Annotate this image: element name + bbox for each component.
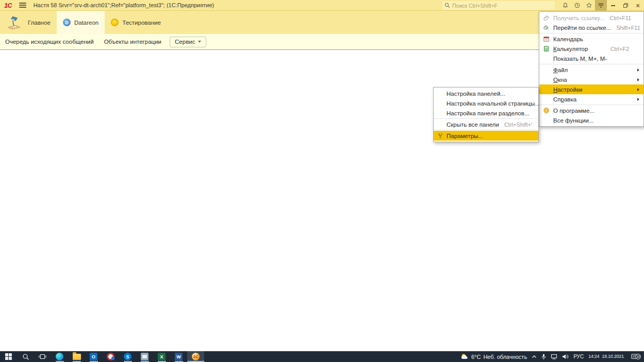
taskbar-search-button[interactable] (17, 351, 34, 362)
submenu-item-parameters[interactable]: Параметры... (434, 131, 538, 141)
menu-separator (434, 118, 538, 119)
taskbar-outlook-button[interactable]: O (85, 351, 102, 362)
skype-icon: S (124, 353, 131, 360)
close-button[interactable]: × (632, 0, 644, 11)
service-menu: Получить ссылку... Ctrl+F11 Перейти по с… (539, 11, 644, 127)
clock-date: 18.10.2021 (602, 354, 624, 359)
microphone-tray-item[interactable] (541, 354, 546, 360)
history-icon[interactable] (571, 0, 583, 11)
submenu-arrow-icon (637, 88, 643, 91)
start-button[interactable] (0, 351, 17, 362)
partly-cloudy-icon (460, 353, 469, 360)
menu-item-help[interactable]: Справка (539, 94, 643, 104)
network-tray-item[interactable] (551, 354, 557, 359)
clock[interactable]: 14:24 18.10.2021 (588, 354, 624, 359)
testing-icon (111, 19, 119, 26)
menu-item-file[interactable]: Файл (539, 65, 643, 75)
task-view-icon (39, 353, 46, 360)
taskbar-explorer-button[interactable] (68, 351, 85, 362)
weather-widget[interactable]: 6°C Неб. облачность (460, 353, 527, 360)
weather-temp: 6°C (471, 354, 481, 360)
taskbar-word-button[interactable]: W (170, 351, 187, 362)
submenu-item-hide-all-panels[interactable]: Скрыть все панели Ctrl+Shift+' (434, 119, 538, 129)
gray-app-icon (141, 353, 148, 360)
titlebar-icons: × (559, 0, 644, 11)
notification-count-badge: 10 (635, 354, 641, 359)
settings-submenu: Настройка панелей... Настройка начальной… (433, 87, 539, 142)
word-icon: W (175, 353, 183, 360)
minimize-button[interactable] (607, 0, 619, 11)
integration-objects-link[interactable]: Объекты интеграции (104, 39, 161, 45)
menu-item-get-link[interactable]: Получить ссылку... Ctrl+F11 (539, 13, 643, 23)
excel-icon: X (158, 353, 166, 360)
clock-time: 14:24 (588, 354, 599, 359)
tab-testing-label: Тестирование (122, 20, 161, 26)
service-dropdown-button[interactable]: Сервис (170, 37, 206, 47)
info-icon: i (539, 107, 553, 114)
edge-icon (56, 353, 63, 360)
menu-item-calculator[interactable]: Калькулятор Ctrl+F2 (539, 44, 643, 54)
tab-testing[interactable]: Тестирование (105, 11, 167, 34)
windows-logo-icon (5, 353, 12, 360)
menu-item-go-to-link[interactable]: Перейти по ссылке... Shift+F11 (539, 23, 643, 32)
submenu-arrow-icon (637, 98, 643, 101)
taskbar-1c-button[interactable]: 1С (187, 351, 204, 362)
tab-datareon-label: Datareon (74, 20, 98, 26)
menu-item-show-m[interactable]: Показать М, М+, М- (539, 54, 643, 63)
link-go-icon (539, 24, 553, 31)
menu-item-about[interactable]: i О программе... (539, 106, 643, 115)
title-bar: 1С Настя 58 Srvr="srv-dt-arch01";Ref="pl… (0, 0, 644, 11)
submenu-arrow-icon (637, 78, 643, 81)
round-red-app-icon (107, 353, 114, 360)
submenu-item-start-page-setup[interactable]: Настройка начальной страницы... (434, 98, 538, 108)
tray-expand-chevron[interactable] (532, 355, 537, 359)
volume-tray-item[interactable] (562, 354, 569, 359)
language-indicator[interactable]: РУС (573, 354, 584, 359)
menu-item-all-functions[interactable]: Все функции... (539, 115, 643, 125)
menu-item-calendar[interactable]: Календарь (539, 34, 643, 44)
window-title: Настя 58 Srvr="srv-dt-arch01";Ref="platf… (34, 2, 214, 8)
outlook-icon: O (90, 353, 97, 360)
action-center-button[interactable]: 10 (629, 354, 641, 360)
task-view-button[interactable] (34, 351, 51, 362)
chevron-down-icon (198, 41, 201, 43)
network-icon (551, 354, 557, 359)
favorites-star-icon[interactable] (583, 0, 595, 11)
calculator-icon (539, 45, 553, 52)
taskbar-skype-button[interactable]: S (119, 351, 136, 362)
menu-separator (539, 64, 643, 64)
chevron-up-icon (532, 355, 537, 359)
microphone-icon (541, 354, 546, 360)
taskbar-round-red-app-button[interactable] (102, 351, 119, 362)
submenu-item-panels-setup[interactable]: Настройка панелей... (434, 89, 538, 98)
submenu-arrow-icon (637, 68, 643, 72)
restore-button[interactable] (619, 0, 632, 11)
taskbar-gray-app-button[interactable] (136, 351, 153, 362)
menu-separator (539, 105, 643, 105)
1c-logo-icon: 1С (4, 2, 12, 9)
main-hamburger-icon[interactable] (19, 3, 26, 8)
search-icon (22, 353, 29, 360)
service-dropdown-label: Сервис (175, 39, 195, 45)
calendar-icon (539, 36, 553, 42)
tab-home[interactable]: Главное (0, 11, 57, 34)
desk-lamp-icon (6, 14, 25, 31)
menu-separator (539, 33, 643, 33)
menu-item-windows[interactable]: Окна (539, 75, 643, 84)
taskbar-edge-button[interactable] (51, 351, 68, 362)
notifications-bell-icon[interactable] (559, 0, 571, 11)
wrench-icon (434, 132, 447, 139)
search-input[interactable] (450, 3, 555, 9)
menu-item-settings[interactable]: Настройки (539, 84, 643, 94)
global-search[interactable] (442, 1, 555, 10)
system-tray: 6°C Неб. облачность РУС 14:24 18.10.2021 (460, 351, 644, 362)
weather-description: Неб. облачность (483, 354, 527, 360)
tab-datareon[interactable]: D Datareon (57, 11, 105, 34)
folder-icon (73, 354, 81, 360)
service-menu-button[interactable] (595, 0, 607, 11)
search-icon (444, 3, 450, 8)
taskbar-excel-button[interactable]: X (153, 351, 170, 362)
outgoing-queue-link[interactable]: Очередь исходящих сообщений (5, 39, 94, 45)
datareon-icon: D (63, 19, 71, 26)
submenu-item-sections-panel-setup[interactable]: Настройка панели разделов... (434, 108, 538, 118)
